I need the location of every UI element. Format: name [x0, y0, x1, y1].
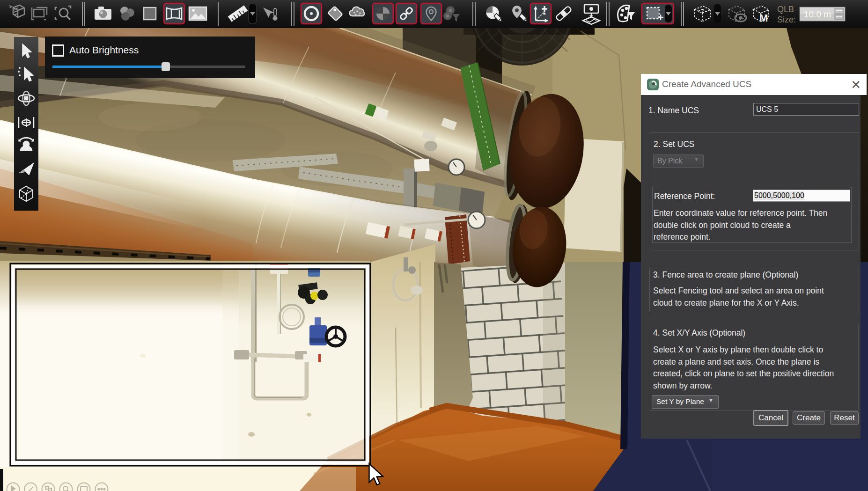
svg-text:10.0 m: 10.0 m: [804, 9, 831, 19]
svg-text:Size:: Size:: [777, 15, 796, 24]
svg-text:QLB: QLB: [777, 5, 794, 14]
svg-text:M: M: [759, 12, 768, 24]
